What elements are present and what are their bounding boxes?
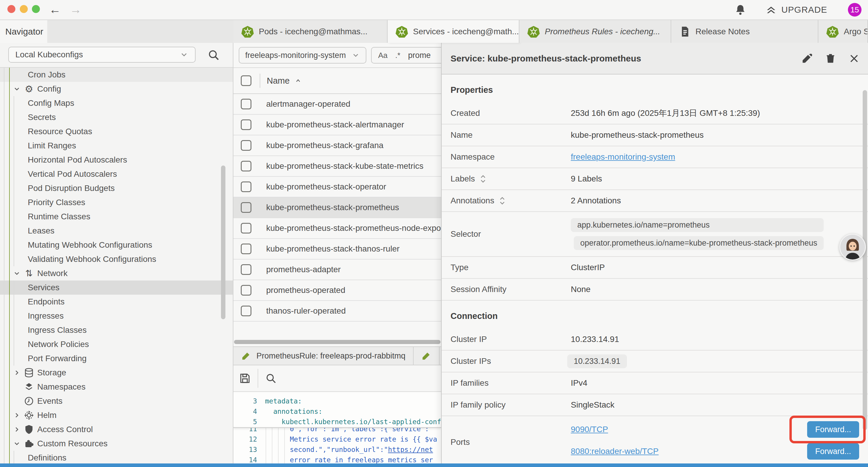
sidebar-item-priority-classes[interactable]: Priority Classes (0, 195, 233, 209)
chevron-right-icon[interactable] (13, 369, 21, 377)
sidebar-item-port-forwarding[interactable]: Port Forwarding (0, 351, 233, 366)
sidebar-item-cron-jobs[interactable]: Cron Jobs (0, 68, 233, 82)
sidebar-item-services[interactable]: Services (0, 281, 233, 295)
assistant-avatar[interactable] (839, 234, 866, 260)
sidebar-item-namespaces[interactable]: Namespaces (0, 380, 233, 394)
port-link[interactable]: 9090/TCP (571, 425, 608, 434)
table-row-prometheus-adapter[interactable]: prometheus-adapter (234, 260, 441, 280)
sidebar-item-leases[interactable]: Leases (0, 224, 233, 238)
tab-prometheus-rules-icecheng[interactable]: Prometheus Rules - icecheng... (519, 20, 671, 43)
table-row-thanos-ruler-operated[interactable]: thanos-ruler-operated (234, 301, 441, 322)
yaml-editor[interactable]: 3metadata:4annotations:5kubectl.kubernet… (234, 392, 441, 463)
sidebar-item-definitions[interactable]: Definitions (0, 451, 233, 463)
detail-row-ports: Ports9090/TCPForward...8080:reloader-web… (442, 416, 868, 463)
table-row-kube-prometheus-stack-grafana[interactable]: kube-prometheus-stack-grafana (234, 135, 441, 156)
table-row-kube-prometheus-stack-alertmanager[interactable]: kube-prometheus-stack-alertmanager (234, 115, 441, 135)
sidebar-search-icon[interactable] (208, 49, 220, 61)
tab-release-notes[interactable]: Release Notes (671, 20, 818, 43)
tab-pods-icecheng-mathmas[interactable]: Pods - icecheng@mathmas... (234, 20, 388, 43)
sidebar-scrollbar[interactable] (221, 166, 225, 319)
row-checkbox[interactable] (241, 305, 251, 316)
row-checkbox[interactable] (241, 119, 251, 130)
table-row-kube-prometheus-stack-prometheus[interactable]: kube-prometheus-stack-prometheus (234, 198, 441, 218)
forward-button[interactable]: Forward... (807, 443, 859, 460)
dock-tab-prometheusrule[interactable]: PrometheusRule: freeleaps-prod-rabbitmq (234, 347, 414, 365)
row-checkbox[interactable] (241, 264, 251, 275)
row-checkbox[interactable] (241, 202, 251, 213)
tab-argo-se[interactable]: Argo Se (818, 20, 868, 43)
sidebar-item-config[interactable]: ⚙Config (0, 82, 233, 96)
expand-collapse-icon[interactable] (479, 174, 487, 183)
sidebar-item-vertical-pod-autoscalers[interactable]: Vertical Pod Autoscalers (0, 167, 233, 181)
row-checkbox[interactable] (241, 223, 251, 233)
sidebar-item-horizontal-pod-autoscalers[interactable]: Horizontal Pod Autoscalers (0, 153, 233, 167)
sidebar-item-label: Network Policies (28, 340, 89, 349)
upgrade-button[interactable]: UPGRADE (765, 4, 827, 16)
sidebar-item-events[interactable]: Events (0, 394, 233, 408)
horizontal-scrollbar[interactable] (234, 340, 440, 344)
service-name: kube-prometheus-stack-alertmanager (266, 120, 404, 129)
edit-pencil-icon[interactable] (801, 53, 812, 64)
minimize-window-button[interactable] (20, 5, 28, 13)
sidebar-item-pod-disruption-budgets[interactable]: Pod Disruption Budgets (0, 181, 233, 195)
sidebar-item-helm[interactable]: Helm (0, 408, 233, 422)
notifications-bell-icon[interactable] (734, 4, 747, 16)
close-icon[interactable] (848, 53, 860, 64)
sidebar-item-runtime-classes[interactable]: Runtime Classes (0, 209, 233, 224)
table-row-kube-prometheus-stack-prometheus-node-exporter[interactable]: kube-prometheus-stack-prometheus-node-ex… (234, 218, 441, 239)
sidebar-item-validating-webhook-configurations[interactable]: Validating Webhook Configurations (0, 252, 233, 266)
sidebar-item-config-maps[interactable]: Config Maps (0, 96, 233, 110)
dock-tab-next-partial[interactable] (414, 347, 440, 365)
namespace-link[interactable]: freeleaps-monitoring-system (571, 152, 675, 162)
history-forward-button[interactable]: → (70, 2, 82, 17)
port-link[interactable]: 8080:reloader-web/TCP (571, 447, 658, 456)
chevron-down-icon[interactable] (13, 440, 21, 447)
row-checkbox[interactable] (241, 243, 251, 254)
sidebar-item-network-policies[interactable]: Network Policies (0, 337, 233, 351)
select-all-checkbox[interactable] (241, 76, 251, 86)
sidebar-item-limit-ranges[interactable]: Limit Ranges (0, 139, 233, 153)
sidebar-item-access-control[interactable]: Access Control (0, 422, 233, 437)
row-checkbox[interactable] (241, 140, 251, 151)
table-row-kube-prometheus-stack-thanos-ruler[interactable]: kube-prometheus-stack-thanos-ruler (234, 239, 441, 260)
regex-toggle[interactable]: .* (395, 51, 400, 60)
sidebar-item-custom-resources[interactable]: Custom Resources (0, 437, 233, 451)
chevron-right-icon[interactable] (13, 426, 21, 433)
details-scrollbar[interactable] (863, 90, 867, 430)
table-row-alertmanager-operated[interactable]: alertmanager-operated (234, 94, 441, 115)
code-url-link[interactable]: https://net (388, 446, 433, 454)
sidebar-item-endpoints[interactable]: Endpoints (0, 295, 233, 309)
history-back-button[interactable]: ← (49, 2, 61, 17)
expand-collapse-icon[interactable] (498, 196, 506, 205)
table-row-kube-prometheus-stack-kube-state-metrics[interactable]: kube-prometheus-stack-kube-state-metrics (234, 156, 441, 177)
namespace-select[interactable]: freeleaps-monitoring-system (239, 47, 366, 63)
maximize-window-button[interactable] (32, 5, 40, 13)
sidebar-item-secrets[interactable]: Secrets (0, 110, 233, 124)
sidebar-item-mutating-webhook-configurations[interactable]: Mutating Webhook Configurations (0, 238, 233, 252)
sidebar-item-storage[interactable]: Storage (0, 366, 233, 380)
editor-search-icon[interactable] (265, 372, 277, 384)
tab-services-icecheng-math[interactable]: Services - icecheng@math... (388, 20, 519, 43)
sidebar-item-ingresses[interactable]: Ingresses (0, 309, 233, 323)
notification-count-badge[interactable]: 15 (848, 3, 862, 17)
sidebar-item-ingress-classes[interactable]: Ingress Classes (0, 323, 233, 337)
table-row-kube-prometheus-stack-operator[interactable]: kube-prometheus-stack-operator (234, 177, 441, 198)
sidebar-item-resource-quotas[interactable]: Resource Quotas (0, 124, 233, 139)
sidebar-item-network[interactable]: ⇅Network (0, 266, 233, 281)
row-checkbox[interactable] (241, 181, 251, 192)
row-checkbox[interactable] (241, 99, 251, 109)
name-filter-input[interactable]: Aa .* prome (371, 47, 441, 63)
row-checkbox[interactable] (241, 161, 251, 171)
chevron-right-icon[interactable] (13, 411, 21, 419)
kubeconfig-select[interactable]: Local Kubeconfigs (8, 47, 195, 63)
close-window-button[interactable] (7, 5, 16, 13)
row-checkbox[interactable] (241, 285, 251, 296)
save-icon[interactable] (239, 372, 251, 384)
table-row-prometheus-operated[interactable]: prometheus-operated (234, 280, 441, 301)
chevron-down-icon[interactable] (13, 85, 21, 93)
name-column-header[interactable]: Name (260, 74, 302, 88)
delete-trash-icon[interactable] (825, 53, 836, 64)
forward-button[interactable]: Forward... (807, 421, 859, 438)
chevron-down-icon[interactable] (13, 269, 21, 277)
match-case-toggle[interactable]: Aa (378, 51, 388, 60)
